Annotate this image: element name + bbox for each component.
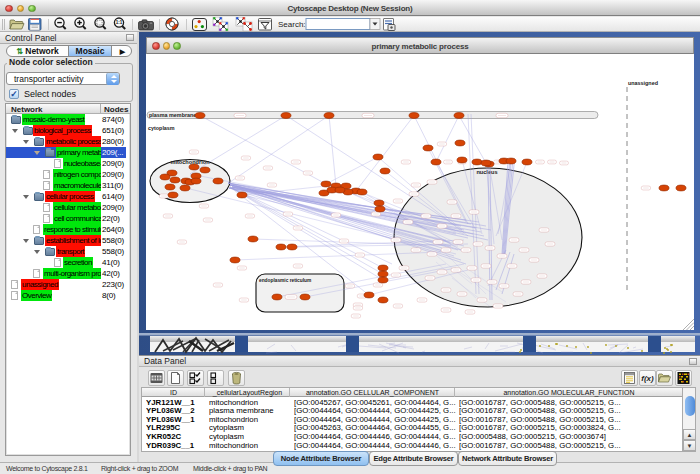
svg-text:endoplasmic reticulum: endoplasmic reticulum xyxy=(259,278,311,283)
svg-text:Search:: Search: xyxy=(278,20,306,29)
svg-text:cytoplasm: cytoplasm xyxy=(148,125,175,131)
svg-text:plasma membrane: plasma membrane xyxy=(149,112,196,118)
svg-text:mitochondrion: mitochondrion xyxy=(170,159,210,165)
svg-text:1:1: 1:1 xyxy=(116,20,123,25)
svg-text:unassigned: unassigned xyxy=(628,80,658,86)
svg-text:f(x): f(x) xyxy=(641,374,654,383)
